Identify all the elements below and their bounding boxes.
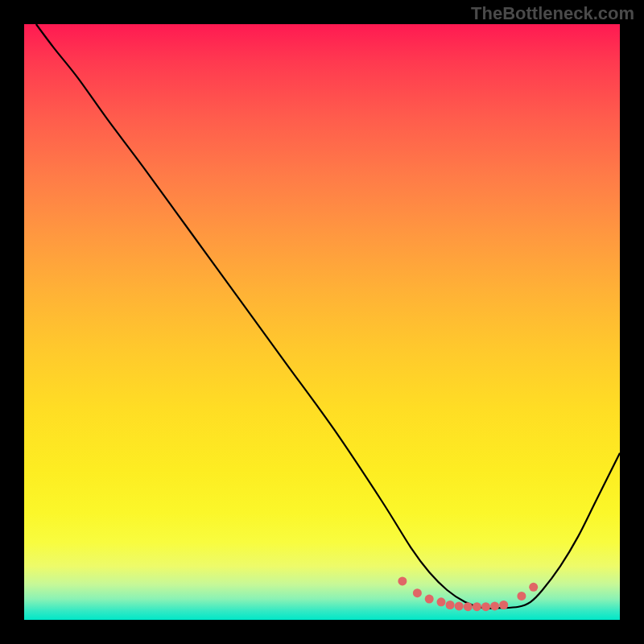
highlight-dot: [413, 588, 422, 597]
watermark-text: TheBottleneck.com: [471, 3, 634, 24]
bottleneck-curve: [36, 24, 620, 609]
highlight-dot: [425, 595, 434, 604]
highlight-dot: [529, 583, 538, 592]
highlight-dot: [490, 601, 499, 610]
highlight-dot: [398, 576, 407, 585]
highlight-dot: [464, 602, 473, 611]
highlight-dot: [481, 602, 490, 611]
highlight-dot: [446, 601, 455, 609]
highlight-dot: [473, 602, 481, 611]
highlight-dot: [455, 601, 464, 610]
highlight-dot: [499, 601, 508, 609]
chart-plot-area: [24, 24, 620, 620]
highlight-dot: [437, 597, 446, 606]
highlight-dot: [517, 592, 526, 601]
highlight-markers: [398, 576, 538, 611]
chart-svg: [24, 24, 620, 620]
